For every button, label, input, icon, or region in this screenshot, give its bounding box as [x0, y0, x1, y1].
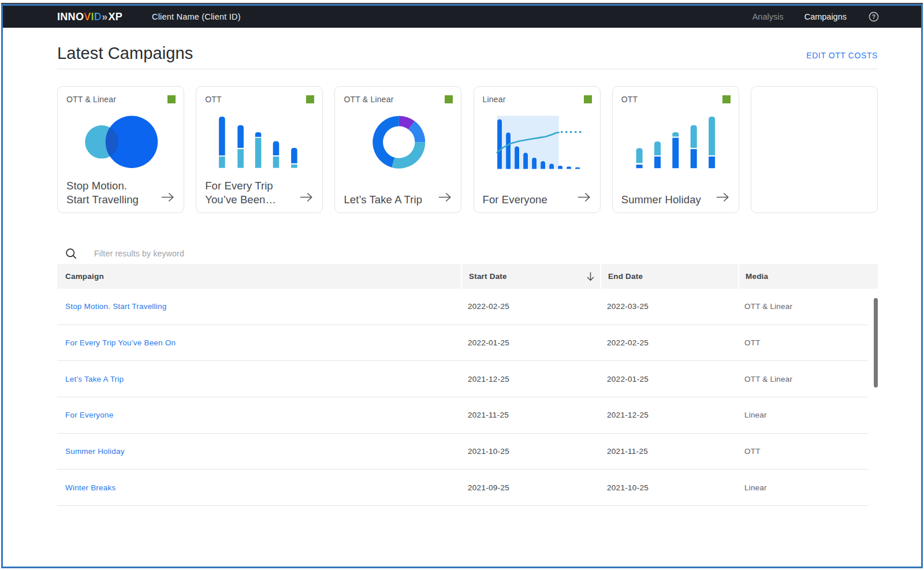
status-square-icon — [584, 95, 592, 103]
arrow-right-icon[interactable] — [161, 192, 174, 204]
table-row: For Everyone 2021-11-25 2021-12-25 Linea… — [57, 397, 868, 434]
column-header-campaign[interactable]: Campaign — [57, 264, 461, 289]
status-square-icon — [445, 95, 453, 103]
campaign-card-summer-holiday[interactable]: OTT Summer Holiday — [612, 86, 739, 213]
table-body: Stop Motion. Start Travelling 2022-02-25… — [57, 289, 878, 506]
end-date-cell: 2021-10-25 — [600, 483, 738, 492]
end-date-cell: 2022-03-25 — [600, 302, 738, 311]
campaign-link[interactable]: Stop Motion. Start Travelling — [65, 302, 166, 311]
end-date-cell: 2022-01-25 — [600, 375, 738, 383]
topbar: INNOVID»XP Client Name (Client ID) Analy… — [3, 6, 921, 28]
arrow-right-icon[interactable] — [578, 192, 591, 204]
start-date-cell: 2021-11-25 — [461, 411, 600, 419]
table-row: Let’s Take A Trip 2021-12-25 2022-01-25 … — [57, 361, 868, 397]
end-date-cell: 2021-12-25 — [600, 411, 738, 419]
logo-text-inno: INNO — [57, 11, 84, 23]
card-title-line1: For Everyone — [483, 193, 547, 206]
card-title: For Every TripYou’ve Been… — [205, 179, 276, 206]
status-square-icon — [722, 95, 731, 103]
card-media-label: OTT & Linear — [66, 95, 116, 104]
campaign-card-for-every-trip[interactable]: OTT For Every TripYou’ve Been… — [196, 86, 323, 213]
help-icon[interactable]: ? — [867, 10, 880, 23]
status-square-icon — [306, 95, 314, 103]
client-name: Client Name (Client ID) — [152, 12, 241, 21]
start-date-cell: 2021-09-25 — [461, 483, 600, 492]
main-content: Latest Campaigns EDIT OTT COSTS OTT & Li… — [3, 28, 921, 506]
card-title-row: For Every TripYou’ve Been… — [205, 179, 314, 206]
edit-ott-costs-link[interactable]: EDIT OTT COSTS — [806, 51, 878, 60]
empty-card — [751, 86, 878, 213]
campaign-link[interactable]: For Every Trip You’ve Been On — [65, 338, 176, 347]
logo-letter-d: D — [94, 11, 102, 23]
arrow-right-icon[interactable] — [716, 192, 729, 204]
column-header-media[interactable]: Media — [738, 264, 878, 289]
filter-row — [57, 247, 878, 260]
column-header-start-date[interactable]: Start Date — [461, 264, 600, 289]
campaign-card-for-everyone[interactable]: Linear For Everyone — [474, 86, 601, 213]
start-date-cell: 2022-01-25 — [461, 338, 600, 347]
card-title-line1: For Every Trip — [205, 180, 273, 192]
nav-item-analysis[interactable]: Analysis — [752, 12, 784, 21]
column-label: Campaign — [65, 272, 104, 281]
media-cell: OTT — [738, 447, 868, 456]
top-navigation: Analysis Campaigns ? — [752, 6, 880, 28]
logo-text-xp: XP — [108, 11, 122, 23]
column-label: End Date — [608, 272, 643, 281]
vertical-scrollbar-thumb[interactable] — [874, 298, 878, 388]
media-cell: OTT & Linear — [738, 302, 868, 311]
card-title-row: Summer Holiday — [621, 192, 730, 206]
media-cell: OTT — [738, 338, 868, 347]
column-header-end-date[interactable]: End Date — [600, 264, 738, 289]
innovid-xp-logo[interactable]: INNOVID»XP — [57, 11, 122, 23]
logo-letter-v: V — [84, 11, 91, 23]
start-date-cell: 2021-10-25 — [461, 447, 600, 456]
campaign-card-stop-motion[interactable]: OTT & Linear Stop Motion.Start Travellin… — [57, 86, 184, 213]
nav-item-campaigns[interactable]: Campaigns — [804, 12, 847, 21]
page-header: Latest Campaigns EDIT OTT COSTS — [57, 43, 878, 69]
table-header: Campaign Start Date End Date Media — [57, 264, 878, 289]
card-title-line1: Let’s Take A Trip — [344, 193, 422, 206]
table-row: Stop Motion. Start Travelling 2022-02-25… — [57, 289, 868, 325]
media-cell: OTT & Linear — [738, 375, 868, 383]
table-row: Summer Holiday 2021-10-25 2021-11-25 OTT — [57, 434, 868, 470]
campaign-link[interactable]: Summer Holiday — [65, 447, 125, 456]
card-media-label: Linear — [483, 95, 506, 104]
media-cell: Linear — [738, 483, 868, 492]
filter-keyword-input[interactable] — [94, 247, 441, 260]
arrow-right-icon[interactable] — [300, 192, 313, 204]
table-row: For Every Trip You’ve Been On 2022-01-25… — [57, 325, 868, 362]
card-title-row: For Everyone — [483, 192, 591, 206]
column-label: Start Date — [469, 272, 507, 281]
card-title: Stop Motion.Start Travelling — [66, 179, 139, 206]
search-icon — [65, 248, 77, 260]
campaign-card-lets-take-a-trip[interactable]: OTT & Linear Let’s Take A Trip — [334, 86, 461, 213]
column-label: Media — [746, 272, 768, 281]
card-media-label: OTT — [205, 95, 222, 104]
status-square-icon — [167, 95, 176, 103]
card-media-label: OTT & Linear — [344, 95, 393, 104]
arrow-right-icon[interactable] — [438, 192, 452, 204]
card-title: Let’s Take A Trip — [344, 193, 422, 207]
svg-text:?: ? — [872, 13, 875, 20]
media-cell: Linear — [738, 411, 868, 419]
start-date-cell: 2022-02-25 — [461, 302, 600, 311]
card-title-line2: You’ve Been… — [205, 193, 276, 206]
logo-chevron: » — [102, 11, 107, 23]
campaign-link[interactable]: Let’s Take A Trip — [65, 375, 124, 383]
card-title-line2: Start Travelling — [66, 193, 139, 206]
start-date-cell: 2021-12-25 — [461, 375, 600, 383]
sort-descending-icon[interactable] — [587, 271, 594, 281]
table-row: Winter Breaks 2021-09-25 2021-10-25 Line… — [57, 470, 868, 506]
card-title: For Everyone — [483, 193, 547, 207]
campaigns-table: Campaign Start Date End Date Media Stop … — [57, 264, 878, 506]
card-title-line1: Stop Motion. — [66, 180, 127, 192]
app-window: INNOVID»XP Client Name (Client ID) Analy… — [1, 4, 923, 568]
card-title: Summer Holiday — [621, 193, 701, 207]
card-title-line1: Summer Holiday — [621, 193, 701, 206]
campaign-link[interactable]: Winter Breaks — [65, 483, 116, 492]
page-title: Latest Campaigns — [57, 43, 193, 63]
card-title-row: Stop Motion.Start Travelling — [66, 179, 175, 206]
campaign-cards: OTT & Linear Stop Motion.Start Travellin… — [57, 86, 878, 213]
end-date-cell: 2022-02-25 — [600, 338, 738, 347]
campaign-link[interactable]: For Everyone — [65, 411, 113, 419]
